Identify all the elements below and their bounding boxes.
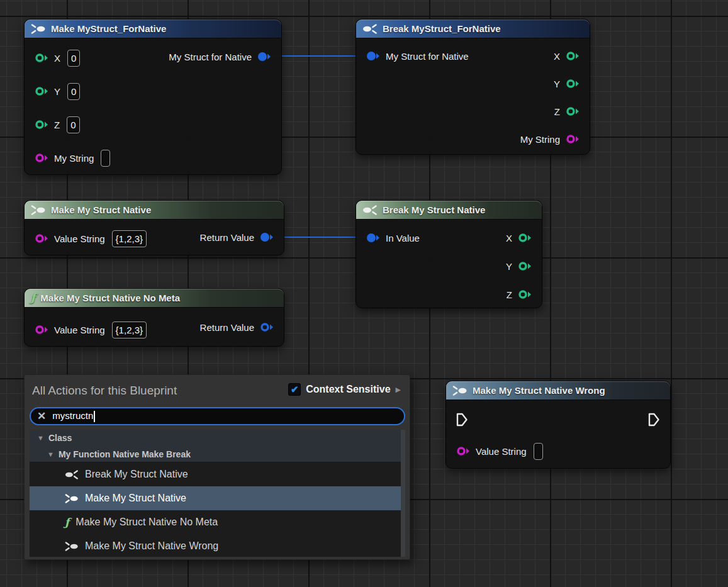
value-input-value-string[interactable]: {1,2,3} (112, 230, 147, 247)
pin-label: Return Value (200, 322, 254, 333)
blueprint-actions-menu: All Actions for this Blueprint ✔ Context… (24, 374, 410, 560)
pin-label: My String (54, 153, 94, 164)
function-icon: ƒ (65, 517, 69, 528)
function-icon: ƒ (31, 293, 35, 303)
pin-input-in-value[interactable] (366, 233, 380, 243)
node-title: Make My Struct Native (51, 204, 151, 215)
pin-input-value-string[interactable] (35, 325, 48, 335)
make-struct-icon (65, 494, 79, 503)
list-item-make-my-struct-native-no-meta[interactable]: ƒ Make My Struct Native No Meta (30, 510, 405, 534)
value-input-x[interactable]: 0 (67, 50, 80, 67)
make-struct-icon (65, 542, 79, 551)
context-sensitive-checkbox[interactable]: ✔ (288, 383, 301, 396)
node-header[interactable]: Make My Struct Native Wrong (446, 381, 670, 400)
pin-input-x[interactable] (35, 53, 48, 63)
pin-label: My Struct for Native (386, 51, 469, 62)
action-search-input[interactable]: ✕ mystructn (30, 407, 405, 425)
break-struct-icon (362, 24, 378, 34)
pin-label: X (554, 51, 560, 62)
make-struct-icon (31, 24, 46, 34)
pin-input-value-string[interactable] (35, 233, 48, 243)
search-query-text: mystructn (52, 410, 93, 421)
node-title: Break My Struct Native (383, 204, 485, 215)
action-list[interactable]: ▼ Class ▼ My Function Native Make Break … (30, 430, 405, 557)
category-my-function-native-make-break[interactable]: ▼ My Function Native Make Break (30, 446, 405, 462)
pin-label: Value String (476, 446, 527, 457)
context-sensitive-expand-icon[interactable]: ▶ (396, 386, 401, 394)
break-struct-icon (362, 205, 378, 215)
node-title: Break MyStruct_ForNative (383, 23, 501, 34)
menu-title: All Actions for this Blueprint (32, 384, 177, 398)
pin-input-y[interactable] (35, 86, 48, 96)
blueprint-graph-canvas[interactable]: Make MyStruct_ForNative X 0 Y 0 Z 0 My S… (0, 0, 728, 587)
list-item-break-my-struct-native[interactable]: Break My Struct Native (30, 462, 405, 486)
pin-input-my-struct-for-native[interactable] (366, 51, 380, 61)
pin-output-x[interactable] (566, 51, 580, 61)
make-struct-icon (31, 205, 46, 215)
pin-label: My String (520, 134, 560, 145)
make-struct-icon (452, 386, 468, 396)
pin-label: Z (507, 289, 512, 300)
value-input-value-string[interactable]: {1,2,3} (112, 321, 147, 338)
list-item-make-my-struct-native-wrong[interactable]: Make My Struct Native Wrong (30, 534, 405, 557)
pin-output-z[interactable] (518, 289, 532, 299)
text-caret (94, 411, 95, 422)
category-class[interactable]: ▼ Class (30, 430, 405, 446)
pin-label: Y (554, 79, 560, 89)
pin-label: Y (506, 261, 512, 272)
node-title: Make My Struct Native No Meta (40, 293, 180, 303)
node-header[interactable]: Make My Struct Native (25, 201, 284, 220)
clear-search-icon[interactable]: ✕ (37, 411, 46, 422)
node-make-mystruct-fornative[interactable]: Make MyStruct_ForNative X 0 Y 0 Z 0 My S… (24, 19, 282, 175)
break-struct-icon (65, 470, 79, 479)
node-header[interactable]: Break My Struct Native (356, 201, 542, 220)
exec-in-pin[interactable] (456, 413, 468, 427)
pin-output-z[interactable] (566, 106, 580, 116)
pin-label: Z (54, 120, 60, 130)
pin-output-return-value[interactable] (260, 232, 274, 242)
pin-input-value-string[interactable] (456, 446, 470, 456)
chevron-down-icon[interactable]: ▼ (47, 450, 54, 458)
node-break-my-struct-native[interactable]: Break My Struct Native In Value X Y Z (356, 200, 542, 308)
value-input-my-string[interactable] (101, 150, 110, 167)
list-item-make-my-struct-native[interactable]: Make My Struct Native (30, 486, 405, 510)
node-header[interactable]: Break MyStruct_ForNative (356, 20, 590, 38)
node-header[interactable]: Make MyStruct_ForNative (25, 20, 281, 38)
scrollbar[interactable] (401, 430, 405, 557)
pin-label: My Struct for Native (169, 52, 252, 62)
pin-input-my-string[interactable] (35, 153, 48, 163)
node-title: Make My Struct Native Wrong (473, 385, 605, 396)
pin-input-z[interactable] (35, 120, 48, 130)
pin-label: Return Value (200, 232, 254, 243)
context-sensitive-label: Context Sensitive (306, 384, 390, 395)
pin-output-my-string[interactable] (566, 134, 580, 144)
pin-output-y[interactable] (518, 261, 532, 271)
node-make-my-struct-native[interactable]: Make My Struct Native Value String {1,2,… (24, 200, 284, 255)
exec-out-pin[interactable] (648, 413, 660, 427)
node-header[interactable]: ƒ Make My Struct Native No Meta (25, 289, 284, 308)
node-title: Make MyStruct_ForNative (51, 23, 166, 34)
pin-label: In Value (386, 233, 420, 243)
chevron-down-icon[interactable]: ▼ (37, 434, 44, 442)
node-make-my-struct-native-no-meta[interactable]: ƒ Make My Struct Native No Meta Value St… (24, 288, 284, 347)
pin-label: Value String (54, 233, 105, 244)
pin-output-x[interactable] (518, 233, 532, 243)
pin-output-my-struct-for-native[interactable] (257, 52, 271, 62)
pin-output-y[interactable] (566, 79, 580, 89)
pin-label: X (54, 53, 60, 64)
pin-label: Y (54, 86, 60, 97)
value-input-value-string[interactable] (534, 443, 543, 460)
node-make-my-struct-native-wrong[interactable]: Make My Struct Native Wrong Value String (445, 381, 671, 469)
pin-output-return-value[interactable] (260, 322, 274, 332)
node-break-mystruct-fornative[interactable]: Break MyStruct_ForNative My Struct for N… (356, 19, 590, 155)
value-input-y[interactable]: 0 (67, 83, 80, 100)
pin-label: Value String (54, 325, 105, 335)
value-input-z[interactable]: 0 (67, 116, 79, 133)
pin-label: X (506, 233, 512, 243)
pin-label: Z (554, 106, 560, 117)
